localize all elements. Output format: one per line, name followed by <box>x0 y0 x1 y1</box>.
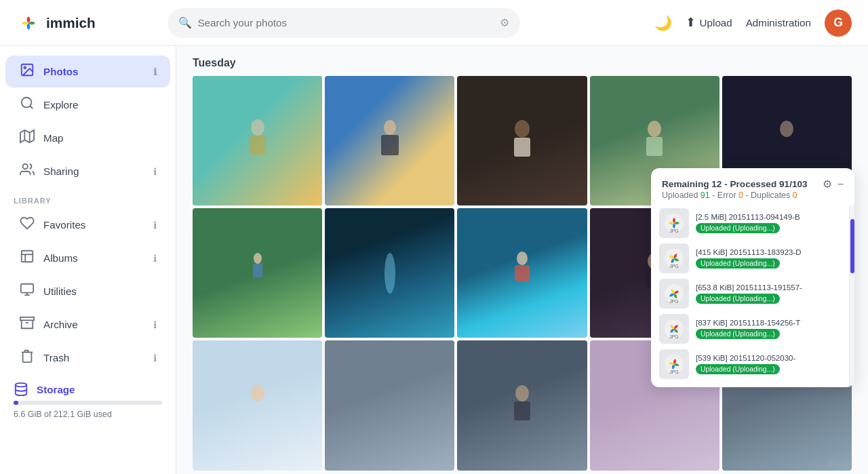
upload-status-badge: Uploaded (Uploading...) <box>696 364 780 374</box>
file-preview-icon: JPG <box>659 349 689 379</box>
trash-icon <box>19 349 35 367</box>
upload-item-filename: [2.5 MiB] 20151113-094149-B <box>696 213 841 221</box>
upload-panel-title: Remaining 12 - Processed 91/103 <box>662 178 808 191</box>
upload-item-icon: JPG <box>659 243 689 273</box>
svg-rect-25 <box>253 264 262 277</box>
svg-point-24 <box>254 253 262 264</box>
upload-status-badge: Uploaded (Uploading...) <box>696 223 780 233</box>
svg-point-2 <box>24 66 26 68</box>
svg-rect-16 <box>250 136 266 155</box>
item2-name: 20151113-183923-D <box>730 248 802 256</box>
upload-item-info: [2.5 MiB] 20151113-094149-B Uploaded (Up… <box>696 213 841 233</box>
avatar[interactable]: G <box>825 9 852 37</box>
sidebar-item-map[interactable]: Map <box>5 122 170 154</box>
svg-point-26 <box>384 253 395 294</box>
photos-info-icon[interactable]: ℹ <box>153 66 157 77</box>
logo[interactable]: immich <box>16 11 96 35</box>
photo-cell[interactable] <box>193 340 322 470</box>
svg-rect-28 <box>515 265 530 281</box>
trash-info-icon[interactable]: ℹ <box>153 353 157 363</box>
upload-panel-minimize-button[interactable]: − <box>837 178 844 191</box>
sidebar-item-trash[interactable]: Trash ℹ <box>5 342 170 374</box>
scrollbar-thumb[interactable] <box>850 219 854 273</box>
filter-icon[interactable]: ⚙ <box>500 16 509 29</box>
svg-point-3 <box>22 98 32 108</box>
search-input[interactable] <box>197 17 494 28</box>
year-label: 2024 <box>827 458 848 469</box>
svg-rect-20 <box>514 138 530 157</box>
svg-point-27 <box>517 252 528 265</box>
sidebar-item-albums[interactable]: Albums ℹ <box>5 242 170 274</box>
photo-cell[interactable] <box>325 76 454 205</box>
sharing-info-icon[interactable]: ℹ <box>153 166 157 177</box>
photo-cell[interactable] <box>457 340 587 470</box>
logo-text: immich <box>46 15 96 31</box>
svg-point-21 <box>648 121 661 137</box>
favorites-info-icon[interactable]: ℹ <box>153 220 157 231</box>
error-separator: - <box>712 191 717 200</box>
administration-button[interactable]: Administration <box>746 17 811 28</box>
sidebar-label-utilities: Utilities <box>43 285 77 297</box>
upload-item-icon: JPG <box>659 314 689 344</box>
svg-point-19 <box>515 120 530 138</box>
upload-item-info: [539 KiB] 20151120-052030- Uploaded (Upl… <box>696 354 841 374</box>
item2-size: [415 KiB] <box>696 248 728 256</box>
sidebar-item-utilities[interactable]: Utilities <box>5 275 170 307</box>
item5-name: 20151120-052030- <box>730 354 795 362</box>
sidebar: Photos ℹ Explore Map Sharing ℹ LIBRARY <box>0 46 176 474</box>
error-count: 0 <box>738 191 743 200</box>
sidebar-item-sharing[interactable]: Sharing ℹ <box>5 155 170 187</box>
upload-item: JPG [2.5 MiB] 20151113-094149-B Uploaded… <box>659 208 841 238</box>
photos-icon <box>19 62 35 81</box>
storage-label[interactable]: Storage <box>14 382 162 397</box>
photo-cell[interactable] <box>193 208 322 338</box>
sidebar-item-archive[interactable]: Archive ℹ <box>5 309 170 340</box>
sidebar-item-favorites[interactable]: Favorites ℹ <box>5 209 170 241</box>
sidebar-label-explore: Explore <box>43 99 79 111</box>
scrollbar[interactable] <box>849 205 854 387</box>
error-label: Error <box>717 191 736 200</box>
photo-cell[interactable] <box>457 208 587 338</box>
svg-rect-22 <box>646 137 663 156</box>
storage-usage-text: 6.6 GiB of 212.1 GiB used <box>14 410 112 419</box>
photo-cell[interactable] <box>325 208 454 338</box>
item4-size: [837 KiB] <box>696 319 728 327</box>
favorites-icon <box>19 216 35 234</box>
upload-panel-settings-button[interactable]: ⚙ <box>823 178 832 191</box>
upload-item-filename: [539 KiB] 20151120-052030- <box>696 354 841 362</box>
sidebar-item-photos[interactable]: Photos ℹ <box>5 56 170 87</box>
photo-cell[interactable] <box>325 340 454 470</box>
topbar-actions: 🌙 ⬆ Upload Administration G <box>654 9 852 37</box>
upload-item-filename: [653.8 KiB] 20151113-191557- <box>696 283 841 292</box>
upload-panel: Remaining 12 - Processed 91/103 Uploaded… <box>651 168 854 387</box>
search-icon: 🔍 <box>178 16 192 29</box>
upload-item-info: [837 KiB] 20151118-154256-T Uploaded (Up… <box>696 319 841 339</box>
explore-icon <box>19 96 35 114</box>
search-bar[interactable]: 🔍 ⚙ <box>167 8 520 38</box>
upload-item-info: [653.8 KiB] 20151113-191557- Uploaded (U… <box>696 283 841 304</box>
file-preview-icon: JPG <box>659 208 689 238</box>
photo-cell[interactable] <box>457 76 587 205</box>
upload-button[interactable]: ⬆ Upload <box>686 16 732 30</box>
item1-size: [2.5 MiB] <box>696 213 726 221</box>
item1-name: 20151113-094149-B <box>729 213 800 221</box>
upload-item-icon: JPG <box>659 208 689 238</box>
sidebar-label-favorites: Favorites <box>43 219 85 231</box>
duplicates-count: 0 <box>793 191 797 200</box>
svg-text:JPG: JPG <box>669 264 679 269</box>
utilities-icon <box>19 282 35 300</box>
photo-cell[interactable] <box>193 76 322 205</box>
upload-panel-header: Remaining 12 - Processed 91/103 Uploaded… <box>651 168 854 205</box>
albums-info-icon[interactable]: ℹ <box>153 253 157 264</box>
upload-status-badge: Uploaded (Uploading...) <box>696 294 780 304</box>
file-preview-icon: JPG <box>659 243 689 273</box>
upload-status-badge: Uploaded (Uploading...) <box>696 329 780 339</box>
file-preview-icon: JPG <box>659 279 689 309</box>
archive-info-icon[interactable]: ℹ <box>153 319 157 330</box>
svg-rect-12 <box>20 317 34 321</box>
dark-mode-button[interactable]: 🌙 <box>654 15 672 31</box>
sidebar-label-albums: Albums <box>43 252 78 264</box>
sidebar-item-explore[interactable]: Explore <box>5 89 170 121</box>
upload-icon: ⬆ <box>686 16 696 30</box>
file-preview-icon: JPG <box>659 314 689 344</box>
